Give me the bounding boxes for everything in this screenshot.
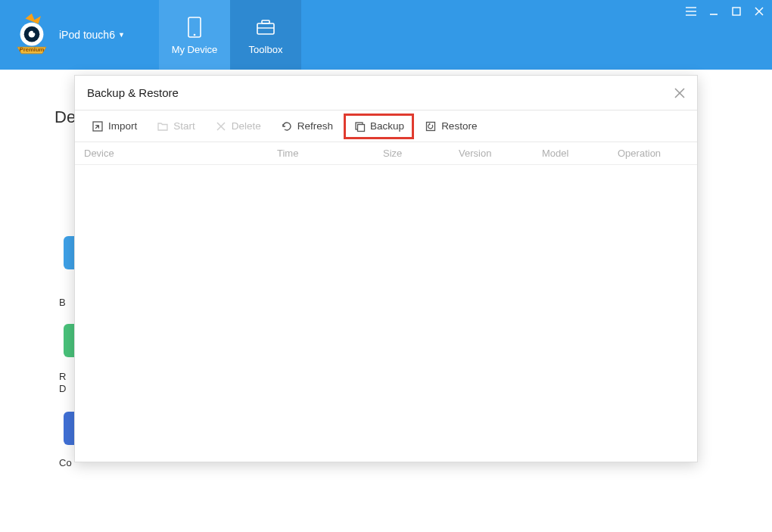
backup-icon — [353, 120, 366, 132]
col-operation: Operation — [618, 148, 688, 159]
logo-area: Premium iPod touch6 ▼ — [0, 0, 159, 70]
dialog-header: Backup & Restore — [75, 76, 697, 110]
svg-text:Premium: Premium — [20, 46, 45, 53]
svg-point-3 — [33, 30, 36, 33]
col-version: Version — [459, 148, 542, 159]
main-nav: My Device Toolbox — [159, 0, 301, 70]
app-logo-icon: Premium — [12, 12, 51, 58]
bg-tile-2-label-1: R — [59, 371, 66, 382]
restore-button[interactable]: Restore — [416, 114, 486, 138]
chevron-down-icon: ▼ — [118, 31, 125, 39]
app-titlebar: Premium iPod touch6 ▼ My Device Toolbox — [0, 0, 772, 70]
restore-label: Restore — [441, 120, 477, 132]
device-selector[interactable]: iPod touch6 ▼ — [59, 29, 125, 41]
refresh-icon — [281, 120, 293, 132]
refresh-button[interactable]: Refresh — [272, 114, 342, 138]
close-button[interactable] — [752, 5, 766, 18]
bg-tile-1-label: B — [59, 297, 66, 308]
start-button: Start — [148, 114, 204, 138]
dialog-title: Backup & Restore — [87, 86, 179, 99]
svg-rect-23 — [358, 124, 365, 131]
dialog-toolbar: Import Start Delete Refresh Backup Resto… — [75, 110, 697, 142]
import-label: Import — [108, 120, 137, 132]
col-device: Device — [84, 148, 277, 159]
svg-rect-14 — [733, 8, 740, 15]
menu-icon[interactable] — [684, 5, 698, 18]
delete-icon — [215, 120, 227, 132]
svg-point-6 — [194, 33, 196, 36]
backup-button[interactable]: Backup — [344, 114, 414, 139]
import-button[interactable]: Import — [82, 114, 146, 138]
bg-tile-2-label-2: D — [59, 383, 66, 394]
dialog-close-button[interactable] — [673, 86, 686, 100]
tablet-icon — [182, 15, 207, 39]
folder-icon — [157, 120, 169, 132]
nav-my-device-label: My Device — [172, 44, 218, 55]
device-name-label: iPod touch6 — [59, 29, 115, 41]
toolbox-icon — [254, 15, 278, 39]
table-body-empty — [75, 165, 697, 462]
col-size: Size — [383, 148, 459, 159]
refresh-label: Refresh — [297, 120, 333, 132]
nav-toolbox[interactable]: Toolbox — [230, 0, 301, 70]
nav-toolbox-label: Toolbox — [249, 44, 283, 55]
import-icon — [92, 120, 104, 132]
backup-label: Backup — [370, 120, 404, 132]
svg-rect-8 — [262, 20, 269, 23]
backup-restore-dialog: Backup & Restore Import Start Delete Ref… — [74, 75, 698, 462]
bg-heading-fragment: De — [54, 107, 76, 127]
delete-button: Delete — [206, 114, 270, 138]
col-time: Time — [277, 148, 383, 159]
window-controls — [684, 5, 766, 18]
svg-rect-7 — [257, 23, 274, 34]
start-label: Start — [173, 120, 195, 132]
table-header: Device Time Size Version Model Operation — [75, 142, 697, 165]
nav-my-device[interactable]: My Device — [159, 0, 230, 70]
bg-tile-3-label: Co — [59, 457, 72, 468]
maximize-button[interactable] — [730, 5, 743, 18]
delete-label: Delete — [232, 120, 261, 132]
col-model: Model — [542, 148, 618, 159]
restore-icon — [425, 120, 437, 132]
minimize-button[interactable] — [707, 5, 721, 18]
